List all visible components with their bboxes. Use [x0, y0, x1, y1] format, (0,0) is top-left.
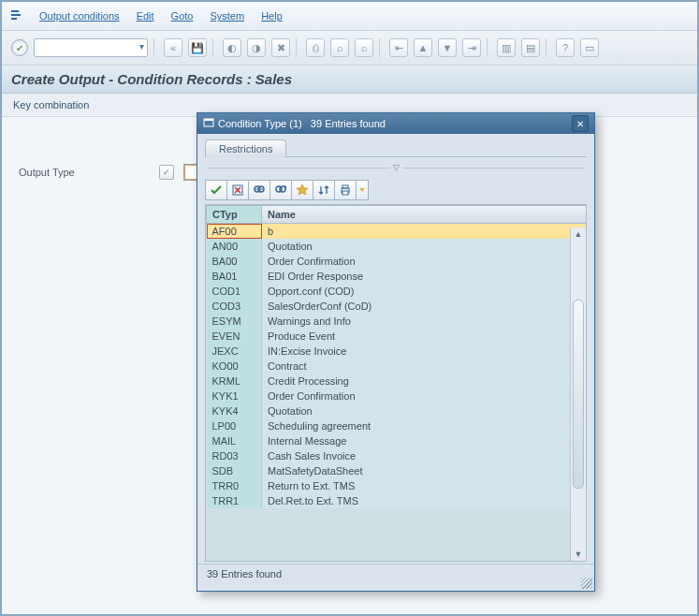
scroll-down-icon[interactable]: ▼ — [575, 550, 583, 559]
next-page-icon[interactable]: ▼ — [438, 38, 457, 57]
cell-code: KYK4 — [207, 403, 262, 418]
personal-value-list-button[interactable] — [292, 180, 313, 200]
print-icon[interactable]: ⎙ — [306, 38, 325, 57]
cell-code: MAIL — [207, 433, 262, 448]
cell-code: COD1 — [207, 284, 262, 299]
cell-code: LP00 — [207, 418, 262, 433]
cancel-icon[interactable]: ✖ — [271, 38, 290, 57]
continue-button[interactable] — [205, 180, 227, 200]
find-icon[interactable]: ⌕ — [330, 38, 349, 57]
cell-name: Order Confirmation — [262, 389, 587, 403]
dialog-collapse-bar[interactable]: ▽ — [197, 157, 594, 178]
exit-icon[interactable]: ◑ — [247, 38, 266, 57]
enter-button[interactable]: ✔ — [11, 39, 28, 56]
cell-code: BA00 — [207, 254, 262, 269]
cell-name: Quotation — [262, 239, 587, 254]
close-button[interactable]: ✕ — [572, 115, 589, 132]
last-page-icon[interactable]: ⇥ — [462, 38, 481, 57]
cell-code: EVEN — [207, 329, 262, 344]
table-row[interactable]: RD03Cash Sales Invoice — [207, 448, 587, 463]
table-row[interactable]: EVENProduce Event — [207, 329, 587, 344]
cell-code: KRML — [207, 374, 262, 389]
prev-page-icon[interactable]: ▲ — [414, 38, 432, 57]
cell-name: Return to Ext. TMS — [262, 478, 587, 493]
svg-point-4 — [258, 186, 264, 192]
cell-name: Contract — [262, 359, 587, 374]
menu-edit[interactable]: Edit — [137, 10, 154, 22]
key-combination-label[interactable]: Key combination — [13, 99, 89, 110]
print-button[interactable] — [335, 180, 357, 200]
dialog-status-bar: 39 Entries found — [197, 564, 594, 583]
cell-name: Credit Processing — [262, 374, 587, 389]
cell-name: Warnings and Info — [262, 314, 587, 329]
cell-name: EDI Order Response — [262, 269, 587, 284]
back-icon[interactable]: ◐ — [223, 38, 241, 57]
table-row[interactable]: TRR0Return to Ext. TMS — [207, 478, 587, 493]
app-toolbar: ✔ « 💾 ◐ ◑ ✖ ⎙ ⌕ ⌕ ⇤ ▲ ▼ ⇥ ▥ ▤ ? ▭ — [2, 31, 697, 66]
table-row[interactable]: LP00Scheduling agreement — [207, 418, 587, 433]
grid-header-row: CTyp Name — [207, 206, 587, 224]
table-row[interactable]: SDBMatSafetyDataSheet — [207, 463, 587, 478]
table-row[interactable]: AN00Quotation — [207, 239, 587, 254]
toolbar-separator — [296, 38, 300, 57]
cell-name: Cash Sales Invoice — [262, 448, 587, 463]
table-row[interactable]: MAILInternal Message — [207, 433, 587, 448]
dialog-icon — [203, 117, 214, 130]
resize-handle[interactable] — [581, 578, 592, 589]
table-row[interactable]: COD1Opport.conf (COD) — [207, 284, 587, 299]
cell-name: Produce Event — [262, 329, 587, 344]
dialog-title-count: 39 Entries found — [311, 118, 386, 129]
cell-code: BA01 — [207, 269, 262, 284]
toolbar-separator — [546, 38, 550, 57]
search-button[interactable] — [249, 180, 270, 200]
cell-code: TRR1 — [207, 493, 262, 508]
tab-restrictions[interactable]: Restrictions — [205, 139, 286, 157]
grid-scrollbar[interactable]: ▲ ▼ — [570, 227, 586, 561]
scroll-thumb[interactable] — [573, 300, 584, 489]
save-button[interactable]: 💾 — [188, 38, 207, 57]
menu-output-conditions[interactable]: Output conditions — [39, 10, 120, 22]
cancel-button[interactable] — [227, 180, 249, 200]
sort-button[interactable] — [313, 180, 335, 200]
cell-code: AN00 — [207, 239, 262, 254]
table-row[interactable]: KYK1Order Confirmation — [207, 389, 587, 403]
table-row[interactable]: TRR1Del.Ret.to Ext. TMS — [207, 493, 587, 508]
first-page-icon[interactable]: ⇤ — [389, 38, 408, 57]
table-row[interactable]: BA00Order Confirmation — [207, 254, 587, 269]
cell-name: SalesOrderConf (CoD) — [262, 299, 587, 314]
cell-code: ESYM — [207, 314, 262, 329]
table-row[interactable]: ESYMWarnings and Info — [207, 314, 587, 329]
layout-icon[interactable]: ▭ — [580, 38, 599, 57]
menu-goto[interactable]: Goto — [171, 10, 194, 22]
cell-name: IN:Excise Invoice — [262, 344, 587, 359]
chevron-down-icon: ▽ — [390, 163, 402, 172]
col-header-ctyp[interactable]: CTyp — [207, 206, 262, 224]
svg-rect-9 — [342, 191, 348, 195]
search-next-button[interactable] — [270, 180, 292, 200]
table-row[interactable]: KYK4Quotation — [207, 403, 587, 418]
help-icon[interactable]: ? — [556, 38, 575, 57]
find-next-icon[interactable]: ⌕ — [355, 38, 373, 57]
create-session-icon[interactable]: ▥ — [497, 38, 516, 57]
dialog-title: Condition Type (1) — [218, 118, 302, 129]
table-row[interactable]: KO00Contract — [207, 359, 587, 374]
menu-help[interactable]: Help — [261, 10, 283, 22]
table-row[interactable]: JEXCIN:Excise Invoice — [207, 344, 587, 359]
col-header-name[interactable]: Name — [262, 206, 587, 224]
back-button[interactable]: « — [164, 38, 182, 57]
table-row[interactable]: COD3SalesOrderConf (CoD) — [207, 299, 587, 314]
command-field[interactable] — [34, 38, 148, 57]
cell-code: RD03 — [207, 448, 262, 463]
results-grid: CTyp Name AF00b AN00Quotation BA00Order … — [205, 204, 587, 562]
table-row[interactable]: KRMLCredit Processing — [207, 374, 587, 389]
cell-name: Scheduling agreement — [262, 418, 587, 433]
more-button[interactable] — [357, 180, 369, 200]
table-row[interactable]: BA01EDI Order Response — [207, 269, 587, 284]
cell-code: TRR0 — [207, 478, 262, 493]
generate-shortcut-icon[interactable]: ▤ — [521, 38, 540, 57]
cell-name: MatSafetyDataSheet — [262, 463, 587, 478]
menu-command-icon[interactable] — [9, 8, 22, 23]
scroll-up-icon[interactable]: ▲ — [575, 229, 583, 239]
menu-system[interactable]: System — [210, 10, 244, 22]
table-row[interactable]: AF00b — [207, 224, 587, 240]
